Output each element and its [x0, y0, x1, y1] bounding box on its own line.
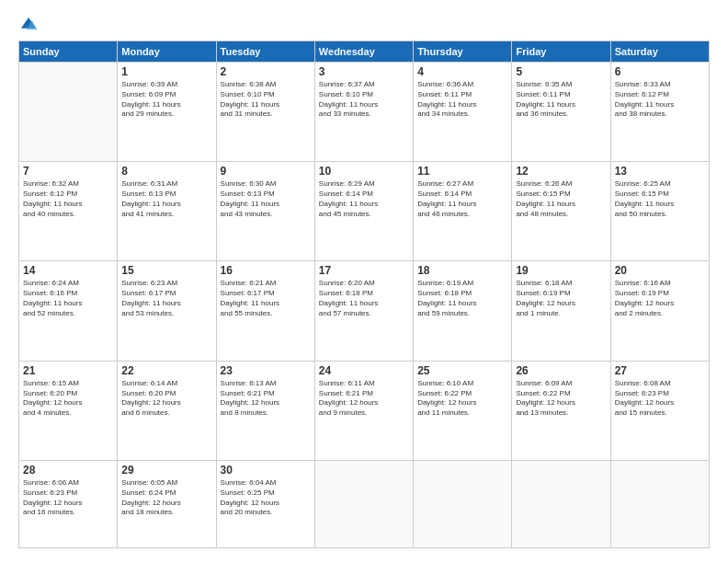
calendar-week-row: 28Sunrise: 6:06 AM Sunset: 6:23 PM Dayli…: [19, 460, 710, 547]
day-info: Sunrise: 6:06 AM Sunset: 6:23 PM Dayligh…: [23, 478, 113, 518]
day-info: Sunrise: 6:05 AM Sunset: 6:24 PM Dayligh…: [121, 478, 211, 518]
calendar-cell: 8Sunrise: 6:31 AM Sunset: 6:13 PM Daylig…: [118, 162, 216, 261]
day-number: 6: [615, 65, 705, 78]
day-number: 14: [23, 264, 113, 277]
day-info: Sunrise: 6:04 AM Sunset: 6:25 PM Dayligh…: [221, 478, 311, 518]
day-of-week-header: Sunday: [19, 41, 118, 63]
day-info: Sunrise: 6:35 AM Sunset: 6:11 PM Dayligh…: [516, 80, 606, 120]
day-info: Sunrise: 6:18 AM Sunset: 6:19 PM Dayligh…: [516, 279, 606, 318]
calendar-cell: 11Sunrise: 6:27 AM Sunset: 6:14 PM Dayli…: [414, 162, 512, 261]
day-number: 11: [417, 165, 507, 178]
calendar-header: SundayMondayTuesdayWednesdayThursdayFrid…: [19, 41, 710, 63]
day-info: Sunrise: 6:11 AM Sunset: 6:21 PM Dayligh…: [319, 379, 409, 419]
day-number: 12: [516, 165, 606, 178]
calendar-cell: [610, 460, 709, 547]
day-number: 13: [615, 165, 705, 178]
calendar-cell: 20Sunrise: 6:16 AM Sunset: 6:19 PM Dayli…: [610, 261, 709, 361]
day-of-week-header: Tuesday: [216, 41, 314, 63]
day-number: 25: [417, 364, 507, 377]
calendar-cell: 21Sunrise: 6:15 AM Sunset: 6:20 PM Dayli…: [19, 361, 118, 460]
day-number: 20: [615, 264, 705, 277]
day-info: Sunrise: 6:20 AM Sunset: 6:18 PM Dayligh…: [319, 279, 409, 318]
day-info: Sunrise: 6:09 AM Sunset: 6:22 PM Dayligh…: [516, 379, 606, 419]
calendar-cell: 9Sunrise: 6:30 AM Sunset: 6:13 PM Daylig…: [216, 162, 314, 261]
calendar-cell: 27Sunrise: 6:08 AM Sunset: 6:23 PM Dayli…: [610, 361, 709, 460]
day-of-week-header: Friday: [512, 41, 610, 63]
calendar-week-row: 1Sunrise: 6:39 AM Sunset: 6:09 PM Daylig…: [19, 63, 710, 162]
day-of-week-header: Monday: [118, 41, 216, 63]
calendar-week-row: 14Sunrise: 6:24 AM Sunset: 6:16 PM Dayli…: [19, 261, 710, 361]
day-info: Sunrise: 6:36 AM Sunset: 6:11 PM Dayligh…: [417, 80, 507, 120]
day-info: Sunrise: 6:24 AM Sunset: 6:16 PM Dayligh…: [23, 279, 113, 318]
day-number: 18: [417, 264, 507, 277]
day-info: Sunrise: 6:14 AM Sunset: 6:20 PM Dayligh…: [121, 379, 211, 419]
day-number: 16: [221, 264, 311, 277]
calendar-cell: 19Sunrise: 6:18 AM Sunset: 6:19 PM Dayli…: [512, 261, 610, 361]
day-number: 5: [516, 65, 606, 78]
logo-icon: [18, 15, 39, 35]
day-info: Sunrise: 6:38 AM Sunset: 6:10 PM Dayligh…: [221, 80, 311, 120]
calendar-cell: 22Sunrise: 6:14 AM Sunset: 6:20 PM Dayli…: [118, 361, 216, 460]
day-of-week-header: Saturday: [610, 41, 709, 63]
calendar-cell: 14Sunrise: 6:24 AM Sunset: 6:16 PM Dayli…: [19, 261, 118, 361]
day-info: Sunrise: 6:15 AM Sunset: 6:20 PM Dayligh…: [23, 379, 113, 419]
calendar-cell: 3Sunrise: 6:37 AM Sunset: 6:10 PM Daylig…: [314, 63, 413, 162]
calendar: SundayMondayTuesdayWednesdayThursdayFrid…: [18, 40, 710, 548]
day-info: Sunrise: 6:29 AM Sunset: 6:14 PM Dayligh…: [319, 179, 409, 219]
day-number: 22: [121, 364, 211, 377]
day-number: 2: [221, 65, 311, 78]
calendar-week-row: 21Sunrise: 6:15 AM Sunset: 6:20 PM Dayli…: [19, 361, 710, 460]
day-number: 9: [221, 165, 311, 178]
calendar-cell: 5Sunrise: 6:35 AM Sunset: 6:11 PM Daylig…: [512, 63, 610, 162]
day-number: 7: [23, 165, 113, 178]
calendar-cell: 25Sunrise: 6:10 AM Sunset: 6:22 PM Dayli…: [414, 361, 512, 460]
page: SundayMondayTuesdayWednesdayThursdayFrid…: [0, 0, 728, 563]
calendar-cell: 23Sunrise: 6:13 AM Sunset: 6:21 PM Dayli…: [216, 361, 314, 460]
calendar-cell: 4Sunrise: 6:36 AM Sunset: 6:11 PM Daylig…: [414, 63, 512, 162]
day-number: 28: [23, 464, 113, 477]
calendar-cell: 2Sunrise: 6:38 AM Sunset: 6:10 PM Daylig…: [216, 63, 314, 162]
day-number: 10: [319, 165, 409, 178]
day-info: Sunrise: 6:39 AM Sunset: 6:09 PM Dayligh…: [121, 80, 211, 120]
day-number: 27: [615, 364, 705, 377]
day-info: Sunrise: 6:31 AM Sunset: 6:13 PM Dayligh…: [121, 179, 211, 219]
day-info: Sunrise: 6:37 AM Sunset: 6:10 PM Dayligh…: [319, 80, 409, 120]
day-number: 17: [319, 264, 409, 277]
day-number: 26: [516, 364, 606, 377]
calendar-cell: 26Sunrise: 6:09 AM Sunset: 6:22 PM Dayli…: [512, 361, 610, 460]
day-number: 23: [221, 364, 311, 377]
day-info: Sunrise: 6:27 AM Sunset: 6:14 PM Dayligh…: [417, 179, 507, 219]
day-info: Sunrise: 6:16 AM Sunset: 6:19 PM Dayligh…: [615, 279, 705, 318]
calendar-cell: 15Sunrise: 6:23 AM Sunset: 6:17 PM Dayli…: [118, 261, 216, 361]
calendar-cell: 24Sunrise: 6:11 AM Sunset: 6:21 PM Dayli…: [314, 361, 413, 460]
day-number: 29: [121, 464, 211, 477]
day-number: 3: [319, 65, 409, 78]
calendar-cell: 16Sunrise: 6:21 AM Sunset: 6:17 PM Dayli…: [216, 261, 314, 361]
calendar-body: 1Sunrise: 6:39 AM Sunset: 6:09 PM Daylig…: [19, 63, 710, 548]
day-number: 8: [121, 165, 211, 178]
day-number: 30: [221, 464, 311, 477]
day-of-week-header: Thursday: [414, 41, 512, 63]
day-number: 4: [417, 65, 507, 78]
day-info: Sunrise: 6:23 AM Sunset: 6:17 PM Dayligh…: [121, 279, 211, 318]
day-number: 24: [319, 364, 409, 377]
day-info: Sunrise: 6:19 AM Sunset: 6:18 PM Dayligh…: [417, 279, 507, 318]
day-number: 21: [23, 364, 113, 377]
calendar-cell: 13Sunrise: 6:25 AM Sunset: 6:15 PM Dayli…: [610, 162, 709, 261]
day-info: Sunrise: 6:08 AM Sunset: 6:23 PM Dayligh…: [615, 379, 705, 419]
day-info: Sunrise: 6:32 AM Sunset: 6:12 PM Dayligh…: [23, 179, 113, 219]
calendar-cell: 6Sunrise: 6:33 AM Sunset: 6:12 PM Daylig…: [610, 63, 709, 162]
logo: [18, 15, 42, 35]
day-info: Sunrise: 6:30 AM Sunset: 6:13 PM Dayligh…: [221, 179, 311, 219]
calendar-cell: 29Sunrise: 6:05 AM Sunset: 6:24 PM Dayli…: [118, 460, 216, 547]
calendar-cell: 1Sunrise: 6:39 AM Sunset: 6:09 PM Daylig…: [118, 63, 216, 162]
day-number: 15: [121, 264, 211, 277]
day-info: Sunrise: 6:25 AM Sunset: 6:15 PM Dayligh…: [615, 179, 705, 219]
day-info: Sunrise: 6:10 AM Sunset: 6:22 PM Dayligh…: [417, 379, 507, 419]
calendar-cell: 30Sunrise: 6:04 AM Sunset: 6:25 PM Dayli…: [216, 460, 314, 547]
day-number: 19: [516, 264, 606, 277]
calendar-cell: 28Sunrise: 6:06 AM Sunset: 6:23 PM Dayli…: [19, 460, 118, 547]
calendar-cell: [314, 460, 413, 547]
calendar-cell: 18Sunrise: 6:19 AM Sunset: 6:18 PM Dayli…: [414, 261, 512, 361]
calendar-week-row: 7Sunrise: 6:32 AM Sunset: 6:12 PM Daylig…: [19, 162, 710, 261]
